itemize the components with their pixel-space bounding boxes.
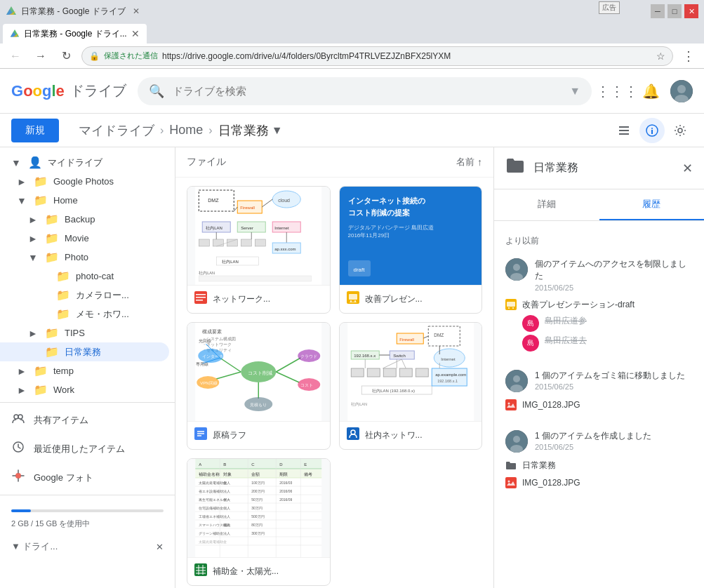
svg-rect-114 [432, 368, 467, 386]
label: 日常業務 [65, 346, 164, 359]
sidebar: ▼ 👤 マイドライブ ► 📁 Google Photos ▼ 📁 Home ► … [0, 147, 175, 588]
svg-text:Internet: Internet [441, 357, 456, 361]
sidebar-item-nichijou[interactable]: ► 📁 日常業務 [0, 342, 169, 361]
activity-file-img2: IMG_0128.JPG [505, 474, 693, 491]
sidebar-item-googlephotos[interactable]: ► 📁 Google Photos [0, 172, 169, 191]
titlebar: 日常業務 - Google ドライブ ✕ 広告 ─ □ ✕ [0, 0, 704, 22]
mydrive-label: マイドライブ [48, 156, 164, 169]
strikethrough-name-1: 島田広道参 [545, 315, 587, 332]
bookmark-icon[interactable]: ☆ [656, 51, 665, 62]
panel-close-button[interactable]: ✕ [682, 161, 693, 176]
sidebar-item-home[interactable]: ▼ 📁 Home [0, 191, 169, 210]
back-button[interactable]: ← [6, 46, 25, 66]
sidebar-item-backup[interactable]: ► 📁 Backup [0, 210, 169, 229]
reload-button[interactable]: ↻ [56, 46, 76, 66]
forward-button[interactable]: → [31, 46, 51, 66]
activity-text-1: 個のアイテムへのアクセスを制限しました [535, 258, 693, 282]
notifications-button[interactable]: 🔔 [637, 77, 665, 105]
sidebar-item-mydrive[interactable]: ▼ 👤 マイドライブ [0, 153, 169, 172]
tab-details[interactable]: 詳細 [494, 189, 599, 220]
tab-history[interactable]: 履歴 [599, 189, 705, 220]
close-button[interactable]: ✕ [684, 4, 698, 18]
breadcrumb-mydrive[interactable]: マイドライブ [79, 122, 154, 139]
svg-text:192.168.x.1: 192.168.x.1 [437, 379, 458, 383]
sidebar-item-gphotos[interactable]: Google フォト [0, 463, 175, 492]
activity-body-2: 1 個のアイテムをゴミ箱に移動しました 2015/06/25 [535, 370, 693, 392]
secure-text: 保護された通信 [104, 51, 158, 61]
file-icon-img1 [505, 399, 517, 410]
svg-rect-122 [195, 459, 321, 469]
svg-text:50万円: 50万円 [251, 497, 263, 502]
minimize-button[interactable]: ─ [651, 4, 665, 18]
svg-text:2016/09: 2016/09 [279, 497, 292, 502]
toggle-icon: ► [28, 233, 39, 244]
sort-control[interactable]: 名前 ↑ [456, 156, 482, 168]
svg-rect-189 [505, 399, 517, 410]
sidebar-item-photocat[interactable]: ► 📁 photo-cat [0, 267, 169, 286]
restore-button[interactable]: □ [668, 4, 682, 18]
info-button[interactable] [639, 118, 665, 143]
activity-body-3: 1 個のアイテムを作成しました 2015/06/25 [535, 430, 693, 452]
titlebar-separator: ✕ [133, 6, 140, 16]
tab-favicon [10, 29, 20, 39]
svg-point-14 [651, 128, 653, 129]
sidebar-item-cameraro[interactable]: ► 📁 カメラロー... [0, 286, 169, 305]
spacer [494, 359, 704, 364]
sidebar-item-photo[interactable]: ▼ 📁 Photo [0, 248, 169, 267]
panel-section-before: より以前 [494, 229, 704, 253]
url-bar[interactable]: 🔒 保護された通信 https://drive.google.com/drive… [81, 46, 673, 66]
storage-container: 2 GB / 15 GB を使用中 [0, 498, 175, 535]
file-card-network[interactable]: DMZ cloud Firewall 社内LAN [187, 186, 331, 314]
search-bar[interactable]: 🔍 ▼ [138, 77, 592, 105]
svg-text:社内LAN: 社内LAN [351, 402, 367, 406]
activity-text-2: 1 個のアイテムをゴミ箱に移動しました [535, 370, 693, 382]
sidebar-item-work[interactable]: ► 📁 Work [0, 380, 169, 399]
file-card-spreadsheet[interactable]: A B C D E 補助金名称 対象 金額 期限 備考 [187, 458, 331, 586]
settings-button[interactable] [668, 118, 693, 143]
search-dropdown-icon[interactable]: ▼ [569, 85, 580, 98]
new-button[interactable]: 新規 [11, 119, 59, 142]
search-input[interactable] [173, 85, 561, 97]
label: Photo [65, 252, 164, 262]
file-name-draft: 原稿ラフ [213, 429, 323, 441]
file-card-draft[interactable]: 構成要素 ・システム構成図 ・ネットワーク ・セキュリティ コスト削減 インター… [187, 322, 331, 450]
app-name: ドライブ [70, 81, 126, 100]
close-expand-icon[interactable]: ✕ [156, 542, 164, 552]
file-footer-spreadsheet: 補助金・太陽光... [187, 557, 330, 585]
sidebar-item-temp[interactable]: ► 📁 temp [0, 361, 169, 380]
list-view-button[interactable] [611, 118, 637, 143]
sidebar-item-shared[interactable]: 共有アイテム [0, 406, 175, 434]
address-bar: ← → ↻ 🔒 保護された通信 https://drive.google.com… [0, 44, 704, 69]
file-card-internal-network[interactable]: DMZ Internet Firewall Switch [339, 322, 483, 450]
breadcrumb-dropdown-icon[interactable]: ▼ [272, 124, 283, 137]
expand-sidebar-item[interactable]: ▼ ドライ... ✕ [0, 535, 175, 559]
sidebar-item-recent[interactable]: 最近使用したアイテム [0, 434, 175, 463]
url-text: https://drive.google.com/drive/u/4/folde… [162, 51, 652, 61]
file-card-presentation[interactable]: インターネット接続のコスト削減の提案 デジタルアドバンテージ 島田広道2016年… [339, 186, 483, 314]
file-name-presentation: 改善プレゼン... [365, 293, 475, 305]
tab-close-icon[interactable]: ✕ [131, 28, 140, 39]
toggle-icon: ► [28, 328, 39, 339]
svg-text:備考: 備考 [304, 472, 312, 476]
recent-label: 最近使用したアイテム [34, 443, 125, 455]
svg-text:期限: 期限 [279, 472, 288, 476]
svg-point-17 [18, 415, 22, 419]
apps-button[interactable]: ⋮⋮⋮ [603, 77, 631, 105]
activity-strikethrough-row: 島 島田広道参 [505, 314, 693, 333]
label: メモ・ホワ... [76, 308, 164, 321]
svg-point-187 [513, 375, 520, 382]
active-tab[interactable]: 日常業務 - Google ドライ... ✕ [3, 24, 147, 44]
activity-row-1: 個のアイテムへのアクセスを制限しました 2015/06/25 [505, 258, 693, 292]
breadcrumb-home[interactable]: Home [169, 123, 203, 138]
user-avatar[interactable] [670, 80, 693, 102]
app-header: Google ドライブ 🔍 ▼ ⋮⋮⋮ 🔔 [0, 69, 704, 114]
folder-icon: 👤 [28, 156, 42, 169]
file-footer-internal-network: 社内ネットワ... [340, 421, 482, 449]
svg-text:対象: 対象 [223, 472, 232, 476]
sidebar-item-tips[interactable]: ► 📁 TIPS [0, 323, 169, 342]
more-options-button[interactable]: ⋮ [679, 46, 698, 66]
sidebar-item-memo[interactable]: ► 📁 メモ・ホワ... [0, 305, 169, 323]
sidebar-item-movie[interactable]: ► 📁 Movie [0, 229, 169, 248]
activity-file-presentation: 改善プレゼンテーション-draft [505, 296, 693, 314]
panel-folder-icon [505, 156, 525, 180]
